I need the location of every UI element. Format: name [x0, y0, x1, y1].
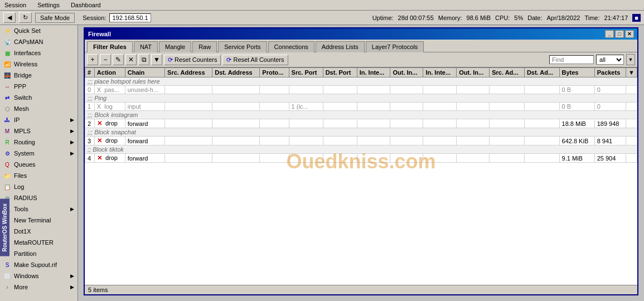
sidebar-item-radius[interactable]: ◎ RADIUS: [0, 192, 78, 203]
close-button[interactable]: ✕: [625, 30, 634, 38]
sidebar-item-mesh[interactable]: ⬡ Mesh: [0, 103, 78, 114]
reset-counters-button[interactable]: ⟳ Reset Counters: [164, 55, 221, 65]
sidebar-item-tools[interactable]: 🔧 Tools ▶: [0, 203, 78, 215]
tab-service-ports[interactable]: Service Ports: [218, 41, 267, 52]
table-row[interactable]: 3✕ dropforward642.8 KiB8 941: [85, 137, 637, 145]
tab-raw[interactable]: Raw: [192, 41, 217, 52]
tab-filter-rules[interactable]: Filter Rules: [87, 41, 133, 52]
col-action: Action: [94, 68, 125, 77]
comment-cell: ;; Block tiktok: [85, 145, 637, 154]
table-row[interactable]: 0X pas...unused-h...0 B0: [85, 86, 637, 94]
sidebar-item-ip[interactable]: 🖧 IP ▶: [0, 114, 78, 125]
reset-all-counters-button[interactable]: ⟳ Reset All Counters: [222, 55, 288, 65]
remove-button[interactable]: −: [100, 54, 111, 65]
add-button[interactable]: +: [87, 54, 98, 65]
find-input[interactable]: [549, 55, 594, 64]
minimize-button[interactable]: _: [605, 30, 614, 38]
switch-icon: ⇄: [3, 94, 11, 101]
cpu-label: CPU:: [495, 14, 510, 21]
row-cell: [212, 119, 260, 128]
sidebar-item-partition[interactable]: P Partition: [0, 248, 78, 259]
tab-address-lists[interactable]: Address Lists: [316, 41, 365, 52]
tab-layer7[interactable]: Layer7 Protocols: [366, 41, 424, 52]
sidebar-item-windows[interactable]: ⬜ Windows ▶: [0, 270, 78, 281]
sidebar-item-interfaces[interactable]: ▦ Interfaces: [0, 47, 78, 59]
row-cell: [212, 86, 260, 94]
sidebar-item-files[interactable]: 📁 Files: [0, 170, 78, 181]
toolbar: ◀ ↻ Safe Mode Session: 192.168.50.1 Upti…: [0, 11, 644, 25]
sidebar-item-metarouter[interactable]: M MetaROUTER: [0, 237, 78, 248]
row-cell: [165, 119, 212, 128]
row-cell: [323, 154, 357, 163]
row-cell: forward: [125, 154, 164, 163]
sidebar-item-label: More: [14, 284, 28, 290]
fw-table-container[interactable]: # Action Chain Src. Address Dst. Address…: [85, 67, 637, 285]
refresh-button[interactable]: ↻: [19, 12, 32, 23]
window-controls: _ □ ✕: [605, 30, 634, 38]
copy-button[interactable]: ⧉: [138, 54, 149, 65]
menu-session[interactable]: Session: [2, 1, 28, 9]
sidebar-item-mpls[interactable]: M MPLS ▶: [0, 125, 78, 137]
sidebar-item-newterminal[interactable]: ▶ New Terminal: [0, 215, 78, 226]
table-row[interactable]: 2✕ dropforward18.8 MiB189 948: [85, 119, 637, 128]
row-cell: [260, 103, 289, 111]
row-cell: [390, 86, 423, 94]
sidebar-item-label: Partition: [14, 250, 36, 257]
system-arrow: ▶: [70, 151, 74, 156]
row-cell: 642.8 KiB: [559, 137, 594, 145]
row-cell: [423, 119, 457, 128]
row-cell: [289, 119, 323, 128]
row-cell: [524, 119, 559, 128]
disable-button[interactable]: ✕: [125, 54, 137, 65]
table-row[interactable]: ;;; Ping: [85, 94, 637, 103]
table-row[interactable]: ;; Block tiktok: [85, 145, 637, 154]
row-cell: [212, 103, 260, 111]
menu-settings[interactable]: Settings: [35, 1, 62, 9]
edit-button[interactable]: ✎: [113, 54, 124, 65]
session-label: Session:: [83, 14, 106, 21]
row-cell: 25 904: [594, 154, 626, 163]
row-cell: 0 B: [559, 86, 594, 94]
row-cell: [524, 103, 559, 111]
row-cell: 18.8 MiB: [559, 119, 594, 128]
tab-connections[interactable]: Connections: [268, 41, 314, 52]
row-action: X pas...: [94, 86, 125, 94]
find-scope-select[interactable]: all: [596, 55, 624, 65]
maximize-button[interactable]: □: [615, 30, 624, 38]
tab-mangle[interactable]: Mangle: [159, 41, 191, 52]
sidebar-item-makesupout[interactable]: S Make Supout.rif: [0, 259, 78, 270]
row-action: ✕ drop: [94, 154, 125, 163]
sidebar-item-system[interactable]: ⚙ System ▶: [0, 148, 78, 159]
sidebar-item-more[interactable]: › More ▶: [0, 281, 78, 293]
winbox-label: RouterOS WinBox: [0, 199, 9, 256]
filter-button[interactable]: ▼: [151, 54, 162, 65]
routing-arrow: ▶: [70, 139, 74, 145]
table-row[interactable]: ;;; Block snapchat: [85, 128, 637, 137]
window-titlebar: Firewall _ □ ✕: [85, 28, 637, 40]
back-button[interactable]: ◀: [3, 12, 16, 23]
sidebar-item-switch[interactable]: ⇄ Switch: [0, 92, 78, 103]
safe-mode-button[interactable]: Safe Mode: [35, 13, 75, 23]
sidebar-item-label: Routing: [14, 139, 35, 145]
sidebar-item-log[interactable]: 📋 Log: [0, 181, 78, 192]
table-row[interactable]: ;;; Block instagram: [85, 111, 637, 119]
sidebar-item-bridge[interactable]: 🌉 Bridge: [0, 70, 78, 81]
sidebar-item-ppp[interactable]: ↔ PPP: [0, 81, 78, 92]
sidebar-item-queues[interactable]: Q Queues: [0, 159, 78, 170]
sidebar-item-label: Tools: [14, 206, 28, 212]
menu-dashboard[interactable]: Dashboard: [69, 1, 103, 9]
sidebar-item-capsman[interactable]: 📡 CAPsMAN: [0, 36, 78, 47]
col-resize[interactable]: ▼: [626, 68, 637, 77]
tab-nat[interactable]: NAT: [134, 41, 158, 52]
table-row[interactable]: 4✕ dropforward9.1 MiB25 904: [85, 154, 637, 163]
table-row[interactable]: 1X loginput1 (ic...0 B0: [85, 103, 637, 111]
date-value: Apr/18/2022: [546, 14, 580, 21]
table-row[interactable]: ;;; place hotspot rules here: [85, 77, 637, 86]
sidebar-item-dot1x[interactable]: D Dot1X: [0, 226, 78, 237]
find-dropdown-button[interactable]: ▼: [626, 54, 635, 65]
sidebar-item-routing[interactable]: R Routing ▶: [0, 137, 78, 148]
sidebar-item-quickset[interactable]: ⚡ Quick Set: [0, 25, 78, 36]
sidebar-item-wireless[interactable]: 📶 Wireless: [0, 59, 78, 70]
interfaces-icon: ▦: [3, 49, 11, 57]
row-cell: [524, 154, 559, 163]
